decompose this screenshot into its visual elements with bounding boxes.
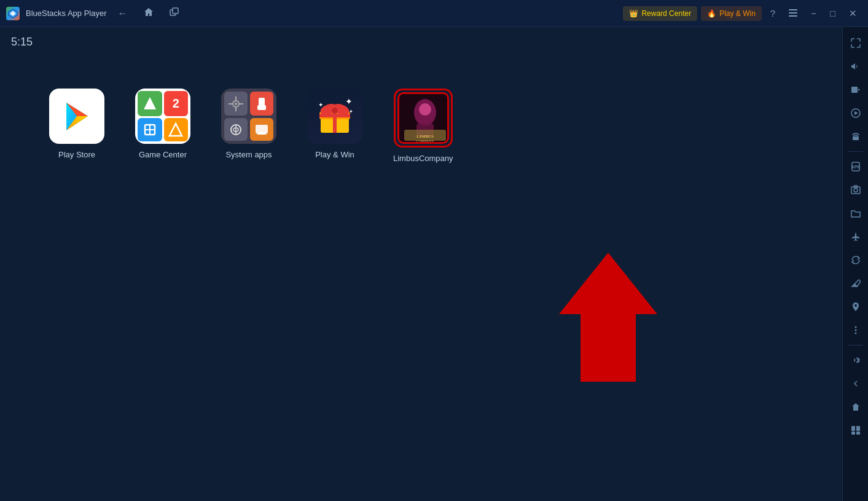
play-win-header-label: Play & Win [719, 9, 756, 18]
broadcast-icon[interactable] [845, 125, 867, 148]
content-area: 5:15 [0, 27, 842, 501]
right-sidebar: APK [842, 27, 868, 501]
svg-rect-4 [173, 8, 178, 14]
system-apps-app[interactable]: System apps [221, 89, 276, 159]
play-win-header-button[interactable]: 🔥 Play & Win [701, 6, 762, 21]
svg-rect-18 [259, 98, 265, 106]
svg-point-13 [235, 103, 237, 105]
svg-text:LIMBUS: LIMBUS [416, 134, 434, 139]
svg-rect-56 [851, 432, 855, 435]
sidebar-divider-1 [848, 151, 863, 152]
play-store-icon [49, 89, 104, 144]
titlebar-right: 👑 Reward Center 🔥 Play & Win ? − □ ✕ [623, 6, 862, 22]
svg-marker-46 [854, 111, 858, 115]
svg-text:✦: ✦ [318, 101, 323, 108]
folder-icon[interactable] [845, 202, 867, 224]
svg-rect-47 [853, 136, 859, 140]
titlebar-left: BlueStacks App Player ← [6, 5, 623, 22]
titlebar: BlueStacks App Player ← 👑 Reward Center … [0, 0, 868, 27]
svg-point-53 [854, 326, 856, 328]
svg-marker-8 [144, 97, 156, 109]
svg-rect-5 [789, 9, 797, 10]
svg-point-51 [854, 189, 858, 192]
limbus-company-app[interactable]: LIMBUS COMPANY LimbusCompany [393, 89, 453, 163]
svg-text:✦: ✦ [345, 97, 353, 106]
svg-point-54 [854, 329, 856, 331]
svg-marker-42 [559, 253, 657, 382]
game-center-app[interactable]: 2 Game Center [135, 89, 190, 159]
apk-icon[interactable]: APK [845, 156, 867, 178]
game-center-icon: 2 [135, 89, 190, 144]
main-area: 5:15 [0, 27, 868, 501]
app-grid: Play Store 2 [49, 89, 453, 163]
home-button[interactable] [139, 5, 158, 22]
svg-rect-6 [789, 12, 797, 14]
reward-crown-icon: 👑 [629, 9, 638, 18]
sync-icon[interactable] [845, 249, 867, 271]
svg-rect-59 [856, 426, 860, 431]
close-button[interactable]: ✕ [844, 6, 862, 22]
limbus-company-icon: LIMBUS COMPANY [397, 92, 449, 144]
help-button[interactable]: ? [765, 6, 780, 21]
menu-button[interactable] [784, 6, 802, 21]
play-icon[interactable] [845, 102, 867, 124]
play-win-fire-icon: 🔥 [707, 9, 716, 18]
maximize-button[interactable]: □ [825, 6, 840, 21]
svg-rect-24 [257, 133, 267, 135]
red-arrow [541, 247, 676, 390]
svg-text:APK: APK [851, 165, 860, 169]
limbus-company-label: LimbusCompany [393, 154, 453, 163]
apps-grid-icon[interactable] [845, 419, 867, 441]
bluestacks-logo [6, 7, 20, 20]
fullscreen-icon[interactable] [845, 32, 867, 54]
volume-icon[interactable] [845, 55, 867, 77]
reward-center-button[interactable]: 👑 Reward Center [623, 6, 697, 21]
system-apps-label: System apps [225, 150, 272, 159]
play-store-label: Play Store [58, 150, 95, 159]
multi-instance-button[interactable] [165, 5, 184, 22]
minimize-button[interactable]: − [806, 6, 821, 21]
airplane-icon[interactable] [845, 226, 867, 248]
reward-center-label: Reward Center [641, 9, 691, 18]
app-title: BlueStacks App Player [26, 9, 107, 18]
play-store-app[interactable]: Play Store [49, 89, 104, 159]
svg-rect-43 [851, 87, 858, 93]
settings-icon[interactable] [845, 349, 867, 371]
svg-rect-58 [851, 426, 855, 431]
game-center-label: Game Center [139, 150, 187, 159]
screen-record-icon[interactable] [845, 79, 867, 101]
play-and-win-app[interactable]: ✦ ✦ ✦ [307, 89, 362, 159]
back-button[interactable]: ← [113, 6, 133, 22]
svg-marker-44 [858, 89, 860, 91]
play-and-win-label: Play & Win [315, 150, 354, 159]
svg-point-55 [854, 333, 856, 334]
location-icon[interactable] [845, 296, 867, 318]
svg-point-34 [332, 108, 338, 114]
play-and-win-icon: ✦ ✦ ✦ [307, 89, 362, 144]
svg-rect-57 [856, 432, 860, 435]
eraser-icon[interactable] [845, 272, 867, 294]
svg-point-38 [419, 103, 431, 116]
system-apps-icon [221, 89, 276, 144]
svg-rect-19 [257, 105, 266, 110]
screenshot-icon[interactable] [845, 179, 867, 201]
home-sidebar-icon[interactable] [845, 396, 867, 418]
clock-display: 5:15 [11, 36, 33, 49]
back-sidebar-icon[interactable] [845, 373, 867, 395]
more-options-icon[interactable] [845, 319, 867, 341]
svg-text:COMPANY: COMPANY [416, 140, 434, 143]
svg-rect-7 [789, 15, 797, 17]
sidebar-divider-2 [848, 345, 863, 345]
svg-rect-22 [256, 125, 268, 133]
